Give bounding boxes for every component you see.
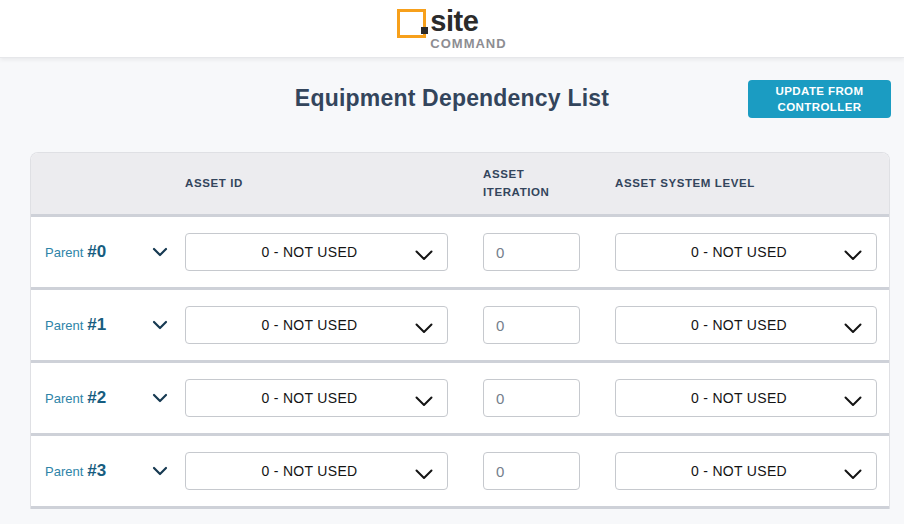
column-header-asset-id: ASSET ID [185, 175, 448, 192]
column-header-asset-iteration: ASSET ITERATION [483, 166, 573, 201]
asset-system-level-value: 0 - NOT USED [616, 390, 876, 406]
parent-row-label: Parent#3 [45, 461, 106, 481]
asset-id-select[interactable]: 0 - NOT USED [185, 379, 448, 417]
asset-id-value: 0 - NOT USED [186, 317, 447, 333]
chevron-down-icon [415, 320, 433, 338]
table-row: Parent#1 0 - NOT USED 0 - NOT USED [31, 290, 889, 363]
logo-square-icon [397, 9, 426, 38]
parent-number: #2 [87, 388, 106, 407]
row-expander-chevron-icon[interactable] [151, 316, 169, 334]
table-row: Parent#3 0 - NOT USED 0 - NOT USED [31, 436, 889, 509]
parent-row-label: Parent#0 [45, 242, 106, 262]
row-expander-chevron-icon[interactable] [151, 462, 169, 480]
asset-system-level-select[interactable]: 0 - NOT USED [615, 379, 877, 417]
column-header-asset-system-level: ASSET SYSTEM LEVEL [615, 175, 877, 192]
asset-system-level-value: 0 - NOT USED [616, 463, 876, 479]
update-from-controller-button[interactable]: UPDATE FROM CONTROLLER [748, 80, 891, 118]
parent-label: Parent [45, 318, 83, 333]
row-expander-chevron-icon[interactable] [151, 389, 169, 407]
asset-id-value: 0 - NOT USED [186, 390, 447, 406]
asset-iteration-input[interactable] [483, 452, 580, 490]
logo-text: site COMMAND [430, 6, 506, 51]
asset-iteration-input[interactable] [483, 306, 580, 344]
sitecommand-logo: site COMMAND [397, 6, 506, 51]
top-bar: site COMMAND [0, 0, 904, 58]
parent-label: Parent [45, 391, 83, 406]
asset-id-select[interactable]: 0 - NOT USED [185, 306, 448, 344]
asset-system-level-select[interactable]: 0 - NOT USED [615, 452, 877, 490]
logo-dot-icon [421, 27, 428, 34]
chevron-down-icon [844, 247, 862, 265]
parent-number: #1 [87, 315, 106, 334]
parent-row-label: Parent#1 [45, 315, 106, 335]
table-header-row: ASSET ID ASSET ITERATION ASSET SYSTEM LE… [31, 153, 889, 217]
row-expander-chevron-icon[interactable] [151, 243, 169, 261]
logo-command-text: COMMAND [430, 36, 506, 51]
logo-site-text: site [430, 7, 506, 36]
parent-row-label: Parent#2 [45, 388, 106, 408]
asset-system-level-select[interactable]: 0 - NOT USED [615, 233, 877, 271]
asset-id-select[interactable]: 0 - NOT USED [185, 233, 448, 271]
chevron-down-icon [844, 466, 862, 484]
asset-iteration-input[interactable] [483, 379, 580, 417]
table-row: Parent#2 0 - NOT USED 0 - NOT USED [31, 363, 889, 436]
asset-system-level-value: 0 - NOT USED [616, 317, 876, 333]
asset-id-select[interactable]: 0 - NOT USED [185, 452, 448, 490]
parent-number: #3 [87, 461, 106, 480]
chevron-down-icon [844, 320, 862, 338]
asset-system-level-select[interactable]: 0 - NOT USED [615, 306, 877, 344]
chevron-down-icon [844, 393, 862, 411]
asset-iteration-input[interactable] [483, 233, 580, 271]
chevron-down-icon [415, 466, 433, 484]
equipment-dependency-table: ASSET ID ASSET ITERATION ASSET SYSTEM LE… [30, 152, 890, 509]
asset-system-level-value: 0 - NOT USED [616, 244, 876, 260]
chevron-down-icon [415, 393, 433, 411]
parent-label: Parent [45, 464, 83, 479]
parent-label: Parent [45, 245, 83, 260]
table-row: Parent#0 0 - NOT USED 0 - NOT USED [31, 217, 889, 290]
chevron-down-icon [415, 247, 433, 265]
asset-id-value: 0 - NOT USED [186, 244, 447, 260]
parent-number: #0 [87, 242, 106, 261]
asset-id-value: 0 - NOT USED [186, 463, 447, 479]
